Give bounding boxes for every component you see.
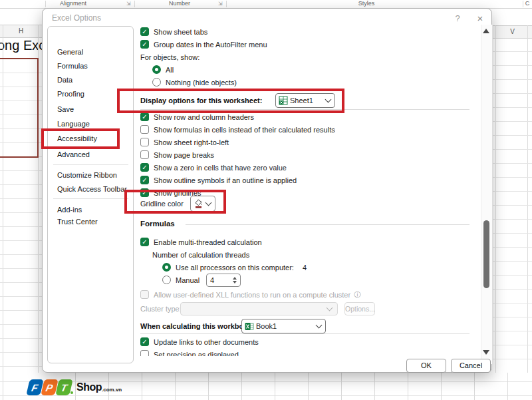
option-label: Show row and column headers	[154, 113, 254, 121]
sidebar-item-general[interactable]: General	[49, 46, 132, 59]
sidebar-item-add-ins[interactable]: Add-ins	[49, 204, 132, 216]
checkbox-show-formulas-in-cells-instead-of-their-[interactable]	[140, 125, 149, 134]
grid-line	[493, 149, 532, 150]
checkbox-show-sheet-right-to-left[interactable]	[140, 138, 149, 146]
workbook-select[interactable]: Book1	[241, 319, 326, 333]
grid-line	[0, 212, 42, 213]
sidebar-separator	[53, 198, 128, 199]
dialog-title: Excel Options	[52, 13, 101, 23]
dialog-launcher-icon[interactable]: ⇲	[218, 1, 223, 7]
clipped-rows: ✓Update links to other documentsSet prec…	[140, 335, 259, 356]
grid-line	[493, 331, 532, 331]
logo-tld-text: .com.vn	[102, 387, 122, 393]
column-header-h[interactable]: H	[0, 25, 42, 38]
checkbox-update-links-to-other-documents[interactable]: ✓	[140, 337, 149, 346]
sidebar-item-formulas[interactable]: Formulas	[49, 60, 132, 73]
option-row-group-dates-in-the-autofilter-menu: ✓Group dates in the AutoFilter menu	[140, 38, 267, 51]
sidebar-item-trust-center[interactable]: Trust Center	[49, 216, 132, 228]
grid-line	[493, 93, 532, 94]
grid-line	[308, 373, 309, 400]
column-header-label: H	[19, 27, 23, 35]
radio-use-all-processors-on-this-computer[interactable]	[162, 263, 171, 272]
screen: Alignment Number Styles C ⇲ ⇲ H ong Exce…	[0, 0, 532, 400]
grid-line	[495, 25, 496, 373]
grid-line	[493, 303, 532, 303]
grid-line	[493, 51, 532, 52]
manual-threads-stepper[interactable]: 4	[206, 274, 241, 287]
option-label: Show a zero in cells that have zero valu…	[154, 164, 287, 172]
cluster-options-button: Options...	[344, 302, 375, 315]
scroll-down-icon[interactable]	[483, 350, 489, 355]
option-label: Show page breaks	[154, 151, 214, 159]
sidebar-item-quick-access-toolbar[interactable]: Quick Access Toolbar	[49, 183, 132, 196]
checkbox-show-sheet-tabs[interactable]: ✓	[140, 27, 149, 36]
option-label: Enable multi-threaded calculation	[154, 238, 262, 246]
fpt-shop-logo: F P T Shop .com.vn	[28, 379, 122, 395]
sidebar-separator	[53, 164, 128, 165]
grid-line	[0, 170, 42, 171]
option-label: Group dates in the AutoFilter menu	[154, 41, 267, 49]
grid-line	[275, 373, 275, 400]
checkbox-show-a-zero-in-cells-that-have-zero-valu[interactable]: ✓	[140, 163, 149, 172]
checkbox-allow-xll-functions[interactable]	[140, 290, 149, 299]
workbook-icon	[245, 322, 254, 331]
stepper-up-icon[interactable]	[233, 277, 237, 280]
grid-line	[441, 373, 442, 400]
annotation-box-gridline-color	[124, 190, 226, 214]
sidebar-item-data[interactable]: Data	[49, 74, 132, 87]
ok-button[interactable]: OK	[406, 359, 446, 373]
grid-line	[493, 275, 532, 276]
grid-line	[0, 282, 42, 283]
grid-line	[0, 324, 42, 325]
sidebar-item-customize-ribbon[interactable]: Customize Ribbon	[49, 169, 132, 182]
checkbox-show-page-breaks[interactable]	[140, 150, 149, 159]
grid-line	[0, 296, 42, 297]
option-row-enable-multi-threaded-calculation: ✓Enable multi-threaded calculation	[140, 236, 307, 248]
radio-nothing-hide-objects[interactable]	[152, 78, 161, 87]
grid-line	[0, 352, 42, 353]
grid-line	[493, 317, 532, 317]
scroll-up-icon[interactable]	[483, 29, 489, 33]
option-row-show-a-zero-in-cells-that-have-zero-valu: ✓Show a zero in cells that have zero val…	[140, 161, 335, 174]
help-button[interactable]: ?	[450, 12, 466, 25]
grid-line	[527, 25, 528, 373]
option-label: Use all processors on this computer:	[176, 264, 294, 272]
grid-line	[341, 373, 342, 400]
radio-manual[interactable]	[162, 276, 171, 284]
grid-line	[175, 373, 176, 400]
grid-line	[493, 247, 532, 248]
close-icon[interactable]: ×	[471, 11, 489, 26]
sidebar-item-advanced[interactable]: Advanced	[49, 148, 132, 161]
option-label: Manual	[176, 276, 200, 284]
column-header-v[interactable]: V	[493, 25, 532, 39]
calc-workbook-row: When calculating this workbook: Book1	[140, 319, 473, 333]
vertical-scrollbar[interactable]	[481, 25, 492, 364]
grid-line	[0, 395, 532, 396]
excel-options-dialog: Excel Options ? × GeneralFormulasDataPro…	[42, 8, 492, 373]
ribbon-group-alignment: Alignment	[47, 0, 100, 8]
radio-all[interactable]	[152, 65, 161, 74]
scrollbar-thumb[interactable]	[483, 220, 489, 288]
option-label: Show sheet tabs	[154, 28, 207, 36]
grid-line	[493, 359, 532, 359]
grid-line	[493, 65, 532, 66]
checkbox-show-row-and-column-headers[interactable]: ✓	[140, 112, 149, 121]
grid-line	[493, 345, 532, 345]
column-header-label: V	[510, 28, 515, 35]
ribbon-separator	[523, 1, 523, 7]
stepper-down-icon[interactable]	[233, 281, 237, 284]
grid-line	[474, 373, 475, 400]
label-row-number-of-calculation-threads: Number of calculation threads	[140, 248, 307, 261]
grid-line	[142, 373, 142, 400]
dialog-launcher-icon[interactable]: ⇲	[126, 1, 131, 7]
option-row-show-sheet-tabs: ✓Show sheet tabs	[140, 25, 267, 38]
checkbox-enable-multi-threaded-calculation[interactable]: ✓	[140, 238, 149, 246]
option-row-show-formulas-in-cells-instead-of-their-: Show formulas in cells instead of their …	[140, 123, 335, 136]
cancel-button[interactable]: Cancel	[451, 359, 491, 373]
option-row-show-outline-symbols-if-an-outline-is-ap: ✓Show outline symbols if an outline is a…	[140, 174, 335, 186]
xll-functions-row: Allow user-defined XLL functions to run …	[140, 288, 360, 301]
grid-line	[493, 289, 532, 290]
checkbox-show-outline-symbols-if-an-outline-is-ap[interactable]: ✓	[140, 176, 149, 184]
checkbox-group-dates-in-the-autofilter-menu[interactable]: ✓	[140, 40, 149, 49]
checkbox-set-precision-as-displayed[interactable]	[140, 350, 149, 356]
